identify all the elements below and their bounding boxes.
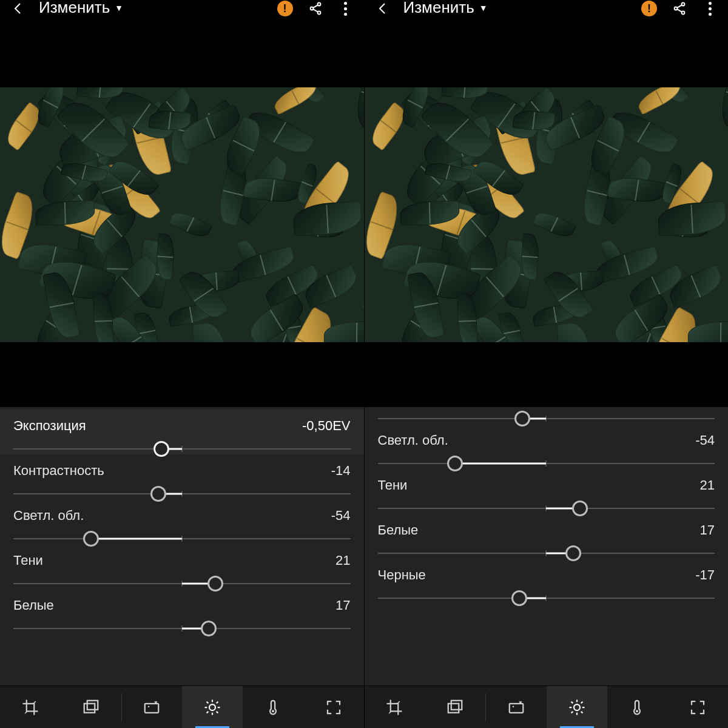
screen-title[interactable]: Изменить ▼ xyxy=(403,0,488,15)
slider-value: -0,50EV xyxy=(302,418,351,434)
svg-point-7 xyxy=(209,704,215,710)
slider-track[interactable] xyxy=(378,593,715,604)
svg-point-9 xyxy=(682,3,685,6)
warning-badge[interactable]: ! xyxy=(641,0,658,17)
slider-track[interactable] xyxy=(378,503,715,514)
slider-value: -14 xyxy=(331,463,351,479)
toolbar-light[interactable] xyxy=(182,686,243,728)
toolbar-crop[interactable] xyxy=(365,686,425,728)
svg-point-10 xyxy=(675,7,678,10)
slider-value: 17 xyxy=(335,598,350,613)
slider-row-Черные: Черные -17 xyxy=(365,559,729,604)
slider-row-Белые: Белые 17 xyxy=(0,589,364,634)
app-header: Изменить ▼ ! xyxy=(0,0,364,22)
slider-row-Светл. обл.: Светл. обл. -54 xyxy=(365,424,729,469)
slider-knob[interactable] xyxy=(447,456,463,471)
slider-knob[interactable] xyxy=(150,486,166,502)
svg-point-11 xyxy=(682,12,685,15)
overflow-menu[interactable] xyxy=(701,0,718,17)
pane-right: Изменить ▼ ! Контрастность -14 Светл. об… xyxy=(364,0,729,728)
svg-point-6 xyxy=(148,706,150,707)
svg-point-15 xyxy=(513,706,514,707)
slider-track[interactable] xyxy=(378,548,715,559)
slider-row-Контрастность: Контрастность -14 xyxy=(365,407,729,424)
slider-label: Белые xyxy=(13,598,54,613)
screen-title[interactable]: Изменить ▼ xyxy=(39,0,123,15)
slider-track[interactable] xyxy=(13,488,351,499)
overflow-menu[interactable] xyxy=(337,0,354,17)
toolbar-crop[interactable] xyxy=(0,686,61,728)
svg-point-17 xyxy=(636,710,638,712)
slider-label: Тени xyxy=(378,477,408,493)
svg-rect-3 xyxy=(84,703,95,712)
slider-value: -54 xyxy=(331,508,351,524)
svg-rect-13 xyxy=(451,700,462,709)
slider-value: 21 xyxy=(335,553,350,568)
toolbar-fullscreen[interactable] xyxy=(667,686,728,728)
svg-rect-4 xyxy=(87,700,98,709)
share-button[interactable] xyxy=(671,0,688,17)
slider-label: Белые xyxy=(378,522,419,538)
slider-knob[interactable] xyxy=(207,576,223,592)
chevron-down-icon: ▼ xyxy=(479,1,488,15)
slider-knob[interactable] xyxy=(511,590,527,606)
slider-track[interactable] xyxy=(378,458,715,469)
slider-value: 17 xyxy=(700,522,715,538)
bottom-toolbar xyxy=(365,686,729,728)
slider-knob[interactable] xyxy=(201,621,217,636)
slider-value: 21 xyxy=(700,477,715,493)
app-header: Изменить ▼ ! xyxy=(365,0,729,22)
slider-row-Тени: Тени 21 xyxy=(365,469,729,514)
slider-track[interactable] xyxy=(378,413,715,424)
slider-label: Черные xyxy=(378,567,426,583)
bottom-toolbar xyxy=(0,686,364,728)
photo-preview-area xyxy=(0,22,364,407)
svg-rect-12 xyxy=(448,703,459,712)
toolbar-heal[interactable] xyxy=(122,686,183,728)
slider-track[interactable] xyxy=(13,533,351,544)
share-button[interactable] xyxy=(307,0,324,17)
svg-rect-5 xyxy=(145,703,159,712)
svg-point-16 xyxy=(574,704,580,710)
toolbar-temperature[interactable] xyxy=(243,686,303,728)
svg-point-2 xyxy=(317,12,320,15)
slider-label: Контрастность xyxy=(13,463,104,479)
slider-row-Контрастность: Контрастность -14 xyxy=(0,454,364,499)
slider-label: Тени xyxy=(13,553,43,568)
slider-row-Экспозиция: Экспозиция -0,50EV xyxy=(0,410,364,454)
slider-track[interactable] xyxy=(13,623,351,634)
toolbar-fullscreen[interactable] xyxy=(303,686,364,728)
slider-knob[interactable] xyxy=(83,531,99,547)
svg-point-0 xyxy=(317,3,320,6)
screen-title-label: Изменить xyxy=(403,1,474,14)
svg-point-8 xyxy=(272,710,274,712)
slider-value: -54 xyxy=(695,433,715,448)
toolbar-heal[interactable] xyxy=(486,686,547,728)
toolbar-presets[interactable] xyxy=(61,686,121,728)
slider-track[interactable] xyxy=(13,443,351,454)
back-button[interactable] xyxy=(374,0,391,17)
screen-title-label: Изменить xyxy=(39,1,110,14)
slider-row-Белые: Белые 17 xyxy=(365,514,729,559)
adjust-panel: Экспозиция -0,50EV Контрастность -14 Све… xyxy=(0,407,364,686)
toolbar-presets[interactable] xyxy=(425,686,485,728)
toolbar-temperature[interactable] xyxy=(607,686,668,728)
back-button[interactable] xyxy=(10,0,27,17)
toolbar-light[interactable] xyxy=(547,686,607,728)
svg-point-1 xyxy=(310,7,313,10)
photo-preview-area xyxy=(365,22,729,407)
photo-preview[interactable] xyxy=(0,87,364,342)
warning-badge[interactable]: ! xyxy=(277,0,294,17)
slider-knob[interactable] xyxy=(572,500,588,516)
photo-preview[interactable] xyxy=(365,87,729,342)
slider-knob[interactable] xyxy=(153,441,169,457)
adjust-panel: Контрастность -14 Светл. обл. -54 Тени 2… xyxy=(365,407,729,686)
slider-track[interactable] xyxy=(13,578,351,589)
slider-label: Экспозиция xyxy=(13,418,86,434)
slider-row-Светл. обл.: Светл. обл. -54 xyxy=(0,499,364,544)
slider-knob[interactable] xyxy=(514,411,530,426)
pane-left: Изменить ▼ ! Экспозиция -0,50EV Контраст… xyxy=(0,0,364,728)
slider-label: Светл. обл. xyxy=(13,508,84,524)
chevron-down-icon: ▼ xyxy=(115,1,123,15)
slider-knob[interactable] xyxy=(565,545,581,561)
